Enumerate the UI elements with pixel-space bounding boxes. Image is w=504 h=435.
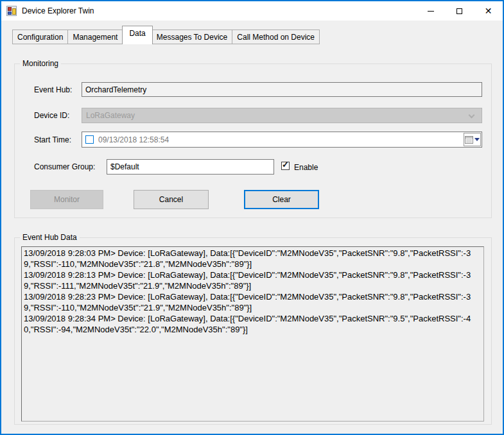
event-hub-label: Event Hub: xyxy=(34,85,72,94)
title-bar[interactable]: Device Explorer Twin ✕ xyxy=(1,1,503,21)
minimize-icon xyxy=(428,11,434,12)
event-hub-data-log[interactable]: 13/09/2018 9:28:03 PM> Device: [LoRaGate… xyxy=(21,246,484,422)
maximize-icon xyxy=(456,8,462,14)
monitoring-groupbox: Monitoring Event Hub: Device ID: LoRaGat… xyxy=(14,64,492,218)
start-time-value: 09/13/2018 12:58:54 xyxy=(98,135,464,144)
app-icon xyxy=(6,6,17,16)
app-window: Device Explorer Twin ✕ Configuration Man… xyxy=(0,0,504,435)
device-id-label: Device ID: xyxy=(34,111,69,120)
start-time-label: Start Time: xyxy=(34,135,71,144)
tab-configuration[interactable]: Configuration xyxy=(12,30,68,44)
chevron-down-icon xyxy=(469,112,475,119)
consumer-group-label: Consumer Group: xyxy=(34,162,95,171)
monitor-button[interactable]: Monitor xyxy=(30,190,103,209)
tab-strip: Configuration Management Data Messages T… xyxy=(1,21,503,44)
dropdown-arrow-icon xyxy=(474,138,480,141)
window-title: Device Explorer Twin xyxy=(22,6,94,15)
tab-data[interactable]: Data xyxy=(122,26,152,44)
cancel-button[interactable]: Cancel xyxy=(134,190,209,209)
start-time-dropdown-button[interactable] xyxy=(464,133,481,146)
tab-management[interactable]: Management xyxy=(68,30,123,44)
log-entry: 13/09/2018 9:28:23 PM> Device: [LoRaGate… xyxy=(24,291,482,313)
close-icon: ✕ xyxy=(485,6,492,15)
enable-checkbox[interactable]: ✓ xyxy=(281,162,290,170)
minimize-button[interactable] xyxy=(416,1,445,21)
event-hub-data-group-title: Event Hub Data xyxy=(20,233,80,242)
log-entry: 13/09/2018 9:28:13 PM> Device: [LoRaGate… xyxy=(24,269,482,291)
enable-label: Enable xyxy=(294,163,318,172)
log-entry: 13/09/2018 9:28:34 PM> Device: [LoRaGate… xyxy=(24,313,482,335)
monitoring-group-title: Monitoring xyxy=(20,59,61,68)
start-time-checkbox[interactable] xyxy=(85,135,94,144)
device-id-value: LoRaGateway xyxy=(86,111,135,120)
log-entry: 13/09/2018 9:28:03 PM> Device: [LoRaGate… xyxy=(24,248,482,269)
calendar-icon xyxy=(465,136,473,144)
close-button[interactable]: ✕ xyxy=(474,1,503,21)
window-controls: ✕ xyxy=(416,1,503,21)
tab-call-method-on-device[interactable]: Call Method on Device xyxy=(232,30,320,44)
device-id-dropdown[interactable]: LoRaGateway xyxy=(82,108,482,123)
tab-messages-to-device[interactable]: Messages To Device xyxy=(152,30,233,44)
start-time-picker[interactable]: 09/13/2018 12:58:54 xyxy=(82,132,482,148)
check-icon: ✓ xyxy=(282,160,289,169)
event-hub-input[interactable] xyxy=(82,82,482,97)
event-hub-data-groupbox: Event Hub Data 13/09/2018 9:28:03 PM> De… xyxy=(14,237,492,425)
maximize-button[interactable] xyxy=(445,1,474,21)
clear-button[interactable]: Clear xyxy=(244,190,319,209)
consumer-group-input[interactable] xyxy=(107,159,274,175)
